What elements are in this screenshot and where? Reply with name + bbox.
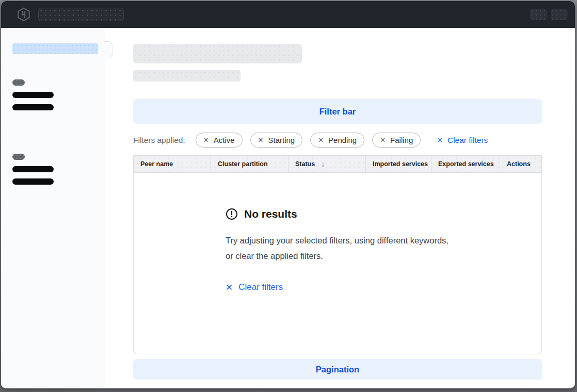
column-header-label: Exported services xyxy=(438,160,494,168)
table-header-row: Peer name Cluster partition Status ↓ Imp… xyxy=(133,155,542,173)
close-icon[interactable]: ✕ xyxy=(258,137,264,143)
column-header-imported-services[interactable]: Imported services xyxy=(365,156,431,172)
empty-state-description: Try adjusting your selected filters, usi… xyxy=(226,233,448,264)
column-header-cluster-partition[interactable]: Cluster partition xyxy=(211,156,288,172)
peers-table: Peer name Cluster partition Status ↓ Imp… xyxy=(133,155,542,354)
sidebar-item-skeleton[interactable] xyxy=(12,104,54,110)
sidebar-selected-item-skeleton[interactable] xyxy=(12,43,98,54)
sidebar-item-skeleton[interactable] xyxy=(12,92,54,98)
filter-pill-active[interactable]: ✕ Active xyxy=(196,133,243,148)
app-body: Filter bar Filters applied: ✕ Active ✕ S… xyxy=(1,28,575,388)
close-icon[interactable]: ✕ xyxy=(318,137,324,143)
column-header-label: Cluster partition xyxy=(218,160,268,168)
pagination-placeholder[interactable]: Pagination xyxy=(133,359,542,380)
filter-pill-label: Active xyxy=(214,136,235,144)
clear-filters-label: Clear filters xyxy=(447,136,488,145)
sidebar-section-label-skeleton xyxy=(12,79,25,86)
filters-applied-label: Filters applied: xyxy=(133,136,185,145)
clear-filters-link[interactable]: ✕ Clear filters xyxy=(437,136,488,145)
main-content: Filter bar Filters applied: ✕ Active ✕ S… xyxy=(105,28,575,388)
column-header-status[interactable]: Status ↓ xyxy=(288,156,365,172)
app-window: Filter bar Filters applied: ✕ Active ✕ S… xyxy=(1,1,575,388)
alert-circle-icon xyxy=(226,208,238,220)
column-header-peer-name[interactable]: Peer name xyxy=(134,156,211,172)
sidebar-flyout-notch[interactable] xyxy=(104,41,113,58)
hashicorp-logo-icon xyxy=(17,7,31,22)
filter-pill-failing[interactable]: ✕ Failing xyxy=(372,133,421,148)
page-title-skeleton xyxy=(133,44,302,63)
sidebar-section-label-skeleton xyxy=(12,154,25,160)
column-header-exported-services[interactable]: Exported services xyxy=(431,156,500,172)
column-header-label: Actions xyxy=(507,160,531,168)
close-icon: ✕ xyxy=(437,137,443,144)
sidebar-item-skeleton[interactable] xyxy=(12,178,54,185)
empty-state-header: No results xyxy=(226,208,541,220)
column-header-label: Peer name xyxy=(140,160,173,168)
pagination-label: Pagination xyxy=(316,365,359,374)
filter-pill-label: Failing xyxy=(390,136,413,144)
top-navbar xyxy=(1,1,575,28)
filter-bar-label: Filter bar xyxy=(319,107,356,117)
filter-bar-placeholder[interactable]: Filter bar xyxy=(133,99,542,124)
close-icon[interactable]: ✕ xyxy=(380,137,386,143)
filter-pill-starting[interactable]: ✕ Starting xyxy=(250,133,303,148)
filter-pill-label: Starting xyxy=(268,136,295,144)
clear-filters-label: Clear filters xyxy=(238,282,283,292)
column-header-label: Status xyxy=(295,160,315,168)
filter-pill-label: Pending xyxy=(328,136,357,144)
close-icon[interactable]: ✕ xyxy=(203,137,209,143)
page-subtitle-skeleton xyxy=(133,70,241,81)
sort-descending-icon[interactable]: ↓ xyxy=(321,160,325,168)
filter-pill-pending[interactable]: ✕ Pending xyxy=(310,133,364,148)
column-header-label: Imported services xyxy=(373,160,428,168)
sidebar xyxy=(1,28,105,388)
empty-state-title: No results xyxy=(244,208,297,220)
nav-action-placeholder[interactable] xyxy=(551,9,568,20)
table-body-empty-state: No results Try adjusting your selected f… xyxy=(133,173,542,354)
nav-action-placeholder[interactable] xyxy=(530,9,547,20)
sidebar-item-skeleton[interactable] xyxy=(12,166,54,172)
column-header-actions[interactable]: Actions xyxy=(500,156,541,172)
close-icon: ✕ xyxy=(226,283,233,292)
clear-filters-link[interactable]: ✕ Clear filters xyxy=(226,282,541,292)
nav-search-skeleton[interactable] xyxy=(38,8,124,21)
filters-applied-row: Filters applied: ✕ Active ✕ Starting ✕ P… xyxy=(133,133,542,148)
